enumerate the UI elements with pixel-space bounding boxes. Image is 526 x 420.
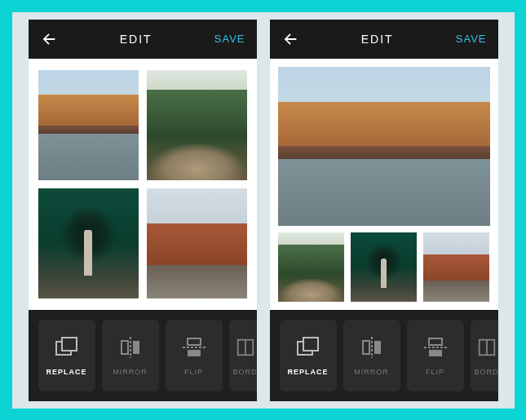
svg-rect-3 [122, 341, 128, 354]
tool-replace[interactable]: REPLACE [38, 320, 95, 391]
tool-label: REPLACE [46, 368, 86, 376]
back-button[interactable] [281, 30, 299, 48]
photo-cell-thumb-3[interactable] [423, 232, 489, 302]
back-arrow-icon [40, 30, 58, 48]
tool-border[interactable]: BORDER [229, 320, 257, 391]
save-button[interactable]: SAVE [456, 33, 487, 45]
screen-title: EDIT [361, 33, 394, 46]
bottom-toolbar: REPLACE MIRROR [29, 310, 257, 401]
comparison-frame: EDIT SAVE REPLACE [12, 12, 515, 409]
thumb-row [278, 232, 490, 302]
phone-screen-right: EDIT SAVE REPLACE [270, 20, 498, 401]
svg-rect-13 [363, 341, 369, 354]
tool-label: FLIP [426, 368, 444, 376]
tool-flip[interactable]: FLIP [166, 320, 223, 391]
flip-icon [180, 335, 208, 360]
flip-icon [422, 335, 449, 360]
tool-replace[interactable]: REPLACE [280, 320, 337, 391]
svg-rect-17 [429, 350, 442, 356]
photo-cell-thumb-2[interactable] [351, 232, 417, 302]
photo-cell-main[interactable] [278, 67, 490, 226]
tool-label: BORDER [233, 368, 257, 376]
tool-label: MIRROR [113, 368, 148, 376]
svg-rect-4 [133, 341, 139, 354]
photo-cell-2[interactable] [147, 70, 247, 180]
replace-icon [294, 335, 322, 360]
svg-rect-1 [62, 338, 77, 351]
photo-cell-3[interactable] [38, 188, 139, 298]
border-icon [232, 335, 257, 360]
tool-label: MIRROR [354, 368, 389, 376]
back-button[interactable] [40, 30, 58, 48]
phone-screen-left: EDIT SAVE REPLACE [29, 20, 257, 401]
photo-cell-1[interactable] [38, 70, 139, 180]
replace-icon [53, 335, 81, 360]
border-icon [473, 335, 498, 360]
save-button[interactable]: SAVE [214, 33, 245, 45]
svg-rect-16 [429, 338, 442, 345]
photo-cell-4[interactable] [147, 188, 247, 298]
screen-title: EDIT [120, 33, 152, 46]
svg-rect-11 [303, 338, 318, 351]
mirror-icon [117, 335, 144, 360]
grid-2x2 [29, 59, 257, 310]
tool-flip[interactable]: FLIP [407, 320, 464, 391]
grid-1-3 [270, 59, 498, 310]
tool-label: FLIP [184, 368, 203, 376]
tool-mirror[interactable]: MIRROR [343, 320, 400, 391]
tool-mirror[interactable]: MIRROR [102, 320, 159, 391]
tool-border[interactable]: BORDER [471, 320, 498, 391]
svg-rect-6 [188, 338, 201, 345]
bottom-toolbar: REPLACE MIRROR [270, 310, 498, 401]
photo-cell-thumb-1[interactable] [278, 232, 344, 302]
mirror-icon [358, 335, 386, 360]
tool-label: BORDER [475, 368, 498, 376]
collage-canvas[interactable] [270, 59, 498, 310]
collage-canvas[interactable] [29, 59, 257, 310]
tool-label: REPLACE [287, 368, 328, 376]
back-arrow-icon [281, 30, 299, 48]
topbar: EDIT SAVE [29, 20, 257, 59]
topbar: EDIT SAVE [270, 20, 498, 59]
svg-rect-7 [188, 350, 201, 356]
svg-rect-14 [374, 341, 381, 354]
